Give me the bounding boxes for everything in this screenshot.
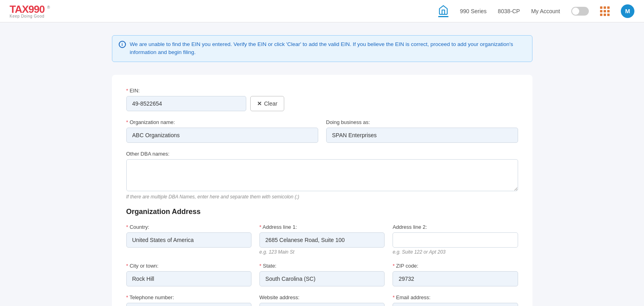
org-dba-row: * Organization name: Doing business as: xyxy=(126,119,518,151)
form-section: * EIN: ✕ Clear * Organization name: xyxy=(112,75,532,306)
logo-subtitle: Keep Doing Good xyxy=(10,14,50,18)
dba-input[interactable] xyxy=(326,128,518,143)
address-section-title: Organization Address xyxy=(126,208,518,216)
email-label: * Email address: xyxy=(393,294,518,300)
website-input[interactable] xyxy=(259,303,385,306)
nav-links: 990 Series 8038-CP My Account M xyxy=(438,4,634,18)
zip-label: * ZIP code: xyxy=(393,263,518,269)
logo: TAX990 ® Keep Doing Good xyxy=(10,4,50,18)
city-label: * City or town: xyxy=(126,263,251,269)
contact-row: * Telephone number: Website address: * E… xyxy=(126,294,518,306)
alert-message: We are unable to find the EIN you entere… xyxy=(130,40,526,57)
x-icon: ✕ xyxy=(257,100,262,107)
zip-input[interactable] xyxy=(393,271,518,286)
address2-hint: e.g. Suite 122 or Apt 203 xyxy=(393,249,518,255)
address1-field-group: * Address line 1: e.g. 123 Main St xyxy=(259,224,385,255)
zip-field-group: * ZIP code: xyxy=(393,263,518,286)
nav-home-button[interactable] xyxy=(438,5,449,17)
city-field-group: * City or town: xyxy=(126,263,251,286)
address1-input[interactable] xyxy=(259,232,385,248)
address2-input[interactable] xyxy=(393,232,518,248)
state-input[interactable] xyxy=(259,271,385,286)
org-name-label: * Organization name: xyxy=(126,119,318,125)
ein-row: ✕ Clear xyxy=(126,96,518,111)
dba-field-group: Doing business as: xyxy=(326,119,518,143)
phone-label: * Telephone number: xyxy=(126,294,251,300)
nav-toggle[interactable] xyxy=(571,7,589,16)
nav-990-series[interactable]: 990 Series xyxy=(460,8,486,14)
website-label: Website address: xyxy=(259,294,385,300)
nav-my-account[interactable]: My Account xyxy=(531,8,560,14)
country-field-group: * Country: xyxy=(126,224,251,255)
other-dba-field-group: Other DBA names: If there are multiple D… xyxy=(126,151,518,200)
email-input[interactable] xyxy=(393,303,518,306)
ein-field-group: * EIN: ✕ Clear xyxy=(126,88,518,111)
country-label: * Country: xyxy=(126,224,251,230)
main-content: i We are unable to find the EIN you ente… xyxy=(102,35,542,306)
other-dba-label: Other DBA names: xyxy=(126,151,518,157)
ein-label: * EIN: xyxy=(126,88,518,94)
org-name-field-group: * Organization name: xyxy=(126,119,318,143)
address2-field-group: Address line 2: e.g. Suite 122 or Apt 20… xyxy=(393,224,518,255)
org-name-input[interactable] xyxy=(126,128,318,143)
city-input[interactable] xyxy=(126,271,251,286)
address2-label: Address line 2: xyxy=(393,224,518,230)
clear-button[interactable]: ✕ Clear xyxy=(250,96,284,111)
website-field-group: Website address: xyxy=(259,294,385,306)
navbar: TAX990 ® Keep Doing Good 990 Series 8038… xyxy=(0,0,644,22)
other-dba-hint: If there are multiple DBA Names, enter h… xyxy=(126,194,518,200)
phone-field-group: * Telephone number: xyxy=(126,294,251,306)
state-field-group: * State: xyxy=(259,263,385,286)
alert-banner: i We are unable to find the EIN you ente… xyxy=(112,35,532,62)
nav-grid-icon[interactable] xyxy=(600,6,610,16)
state-label: * State: xyxy=(259,263,385,269)
address-row-1: * Country: * Address line 1: e.g. 123 Ma… xyxy=(126,224,518,263)
info-icon: i xyxy=(119,41,126,48)
ein-input[interactable] xyxy=(126,96,246,111)
address-row-2: * City or town: * State: * ZIP code: xyxy=(126,263,518,294)
phone-input[interactable] xyxy=(126,303,251,306)
email-field-group: * Email address: xyxy=(393,294,518,306)
address1-label: * Address line 1: xyxy=(259,224,385,230)
nav-avatar[interactable]: M xyxy=(621,4,634,18)
country-input[interactable] xyxy=(126,232,251,248)
nav-8038cp[interactable]: 8038-CP xyxy=(498,8,520,14)
address1-hint: e.g. 123 Main St xyxy=(259,249,385,255)
other-dba-input[interactable] xyxy=(126,159,518,191)
logo-text: TAX990 ® xyxy=(10,4,50,14)
dba-label: Doing business as: xyxy=(326,119,518,125)
